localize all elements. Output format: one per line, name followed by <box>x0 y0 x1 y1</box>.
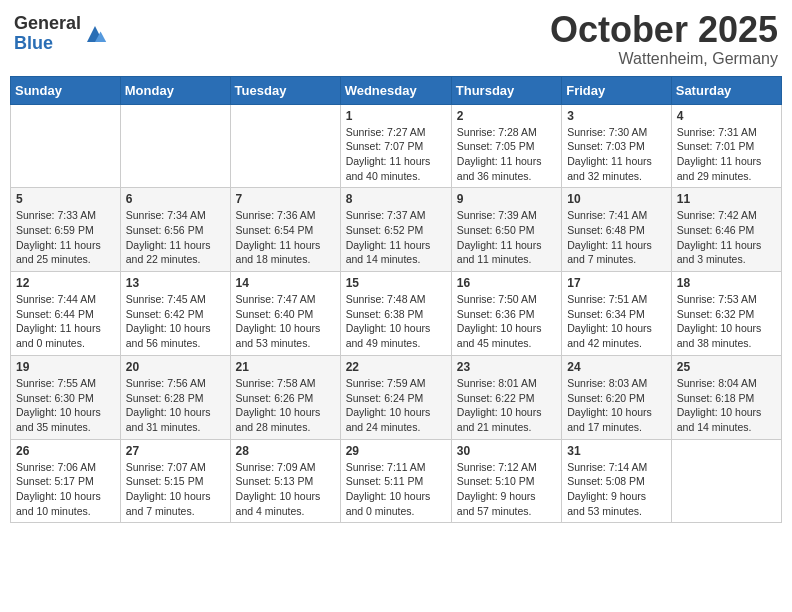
day-info: Sunrise: 7:41 AM Sunset: 6:48 PM Dayligh… <box>567 208 666 267</box>
calendar-cell: 19Sunrise: 7:55 AM Sunset: 6:30 PM Dayli… <box>11 355 121 439</box>
day-number: 30 <box>457 444 556 458</box>
calendar-cell: 22Sunrise: 7:59 AM Sunset: 6:24 PM Dayli… <box>340 355 451 439</box>
day-info: Sunrise: 7:47 AM Sunset: 6:40 PM Dayligh… <box>236 292 335 351</box>
calendar-cell: 18Sunrise: 7:53 AM Sunset: 6:32 PM Dayli… <box>671 272 781 356</box>
day-number: 8 <box>346 192 446 206</box>
week-row-5: 26Sunrise: 7:06 AM Sunset: 5:17 PM Dayli… <box>11 439 782 523</box>
weekday-header-friday: Friday <box>562 76 672 104</box>
calendar-cell: 6Sunrise: 7:34 AM Sunset: 6:56 PM Daylig… <box>120 188 230 272</box>
day-info: Sunrise: 7:58 AM Sunset: 6:26 PM Dayligh… <box>236 376 335 435</box>
logo-blue-text: Blue <box>14 34 81 54</box>
calendar-cell: 26Sunrise: 7:06 AM Sunset: 5:17 PM Dayli… <box>11 439 121 523</box>
calendar-cell <box>671 439 781 523</box>
weekday-header-thursday: Thursday <box>451 76 561 104</box>
day-info: Sunrise: 7:39 AM Sunset: 6:50 PM Dayligh… <box>457 208 556 267</box>
day-info: Sunrise: 8:03 AM Sunset: 6:20 PM Dayligh… <box>567 376 666 435</box>
week-row-2: 5Sunrise: 7:33 AM Sunset: 6:59 PM Daylig… <box>11 188 782 272</box>
day-number: 11 <box>677 192 776 206</box>
calendar-cell: 5Sunrise: 7:33 AM Sunset: 6:59 PM Daylig… <box>11 188 121 272</box>
day-number: 26 <box>16 444 115 458</box>
day-info: Sunrise: 7:34 AM Sunset: 6:56 PM Dayligh… <box>126 208 225 267</box>
day-info: Sunrise: 7:55 AM Sunset: 6:30 PM Dayligh… <box>16 376 115 435</box>
calendar-cell: 30Sunrise: 7:12 AM Sunset: 5:10 PM Dayli… <box>451 439 561 523</box>
day-number: 10 <box>567 192 666 206</box>
day-number: 27 <box>126 444 225 458</box>
calendar-cell: 16Sunrise: 7:50 AM Sunset: 6:36 PM Dayli… <box>451 272 561 356</box>
day-info: Sunrise: 7:56 AM Sunset: 6:28 PM Dayligh… <box>126 376 225 435</box>
calendar-cell <box>230 104 340 188</box>
day-number: 25 <box>677 360 776 374</box>
calendar-cell: 28Sunrise: 7:09 AM Sunset: 5:13 PM Dayli… <box>230 439 340 523</box>
day-number: 31 <box>567 444 666 458</box>
day-info: Sunrise: 7:14 AM Sunset: 5:08 PM Dayligh… <box>567 460 666 519</box>
calendar-cell: 31Sunrise: 7:14 AM Sunset: 5:08 PM Dayli… <box>562 439 672 523</box>
weekday-header-monday: Monday <box>120 76 230 104</box>
logo-general-text: General <box>14 14 81 34</box>
day-info: Sunrise: 7:44 AM Sunset: 6:44 PM Dayligh… <box>16 292 115 351</box>
calendar-cell <box>11 104 121 188</box>
day-number: 9 <box>457 192 556 206</box>
day-number: 17 <box>567 276 666 290</box>
day-number: 16 <box>457 276 556 290</box>
calendar-cell: 12Sunrise: 7:44 AM Sunset: 6:44 PM Dayli… <box>11 272 121 356</box>
day-info: Sunrise: 7:48 AM Sunset: 6:38 PM Dayligh… <box>346 292 446 351</box>
day-number: 14 <box>236 276 335 290</box>
week-row-4: 19Sunrise: 7:55 AM Sunset: 6:30 PM Dayli… <box>11 355 782 439</box>
calendar-cell: 11Sunrise: 7:42 AM Sunset: 6:46 PM Dayli… <box>671 188 781 272</box>
day-info: Sunrise: 7:42 AM Sunset: 6:46 PM Dayligh… <box>677 208 776 267</box>
day-number: 7 <box>236 192 335 206</box>
calendar-cell: 1Sunrise: 7:27 AM Sunset: 7:07 PM Daylig… <box>340 104 451 188</box>
calendar-cell: 25Sunrise: 8:04 AM Sunset: 6:18 PM Dayli… <box>671 355 781 439</box>
day-info: Sunrise: 7:12 AM Sunset: 5:10 PM Dayligh… <box>457 460 556 519</box>
day-number: 3 <box>567 109 666 123</box>
day-info: Sunrise: 7:33 AM Sunset: 6:59 PM Dayligh… <box>16 208 115 267</box>
location-subtitle: Wattenheim, Germany <box>550 50 778 68</box>
calendar-cell: 23Sunrise: 8:01 AM Sunset: 6:22 PM Dayli… <box>451 355 561 439</box>
day-info: Sunrise: 7:06 AM Sunset: 5:17 PM Dayligh… <box>16 460 115 519</box>
logo: General Blue <box>14 14 107 54</box>
day-info: Sunrise: 7:27 AM Sunset: 7:07 PM Dayligh… <box>346 125 446 184</box>
day-number: 1 <box>346 109 446 123</box>
weekday-header-tuesday: Tuesday <box>230 76 340 104</box>
day-number: 18 <box>677 276 776 290</box>
calendar-cell: 27Sunrise: 7:07 AM Sunset: 5:15 PM Dayli… <box>120 439 230 523</box>
day-number: 13 <box>126 276 225 290</box>
day-info: Sunrise: 7:30 AM Sunset: 7:03 PM Dayligh… <box>567 125 666 184</box>
day-info: Sunrise: 7:53 AM Sunset: 6:32 PM Dayligh… <box>677 292 776 351</box>
day-info: Sunrise: 7:50 AM Sunset: 6:36 PM Dayligh… <box>457 292 556 351</box>
day-info: Sunrise: 7:31 AM Sunset: 7:01 PM Dayligh… <box>677 125 776 184</box>
calendar-cell: 21Sunrise: 7:58 AM Sunset: 6:26 PM Dayli… <box>230 355 340 439</box>
weekday-header-sunday: Sunday <box>11 76 121 104</box>
day-number: 28 <box>236 444 335 458</box>
week-row-1: 1Sunrise: 7:27 AM Sunset: 7:07 PM Daylig… <box>11 104 782 188</box>
day-number: 15 <box>346 276 446 290</box>
day-number: 21 <box>236 360 335 374</box>
calendar-cell: 2Sunrise: 7:28 AM Sunset: 7:05 PM Daylig… <box>451 104 561 188</box>
day-number: 12 <box>16 276 115 290</box>
calendar-cell: 29Sunrise: 7:11 AM Sunset: 5:11 PM Dayli… <box>340 439 451 523</box>
day-info: Sunrise: 8:01 AM Sunset: 6:22 PM Dayligh… <box>457 376 556 435</box>
day-number: 29 <box>346 444 446 458</box>
day-number: 22 <box>346 360 446 374</box>
day-info: Sunrise: 7:45 AM Sunset: 6:42 PM Dayligh… <box>126 292 225 351</box>
day-info: Sunrise: 7:28 AM Sunset: 7:05 PM Dayligh… <box>457 125 556 184</box>
day-info: Sunrise: 7:36 AM Sunset: 6:54 PM Dayligh… <box>236 208 335 267</box>
calendar-cell: 17Sunrise: 7:51 AM Sunset: 6:34 PM Dayli… <box>562 272 672 356</box>
day-number: 4 <box>677 109 776 123</box>
day-info: Sunrise: 7:11 AM Sunset: 5:11 PM Dayligh… <box>346 460 446 519</box>
calendar-table: SundayMondayTuesdayWednesdayThursdayFrid… <box>10 76 782 524</box>
calendar-cell: 7Sunrise: 7:36 AM Sunset: 6:54 PM Daylig… <box>230 188 340 272</box>
day-number: 19 <box>16 360 115 374</box>
day-info: Sunrise: 7:37 AM Sunset: 6:52 PM Dayligh… <box>346 208 446 267</box>
calendar-cell: 10Sunrise: 7:41 AM Sunset: 6:48 PM Dayli… <box>562 188 672 272</box>
calendar-cell: 3Sunrise: 7:30 AM Sunset: 7:03 PM Daylig… <box>562 104 672 188</box>
weekday-header-saturday: Saturday <box>671 76 781 104</box>
weekday-header-row: SundayMondayTuesdayWednesdayThursdayFrid… <box>11 76 782 104</box>
day-number: 23 <box>457 360 556 374</box>
weekday-header-wednesday: Wednesday <box>340 76 451 104</box>
calendar-cell: 4Sunrise: 7:31 AM Sunset: 7:01 PM Daylig… <box>671 104 781 188</box>
day-info: Sunrise: 7:51 AM Sunset: 6:34 PM Dayligh… <box>567 292 666 351</box>
calendar-cell: 14Sunrise: 7:47 AM Sunset: 6:40 PM Dayli… <box>230 272 340 356</box>
day-info: Sunrise: 7:59 AM Sunset: 6:24 PM Dayligh… <box>346 376 446 435</box>
title-block: October 2025 Wattenheim, Germany <box>550 10 778 68</box>
